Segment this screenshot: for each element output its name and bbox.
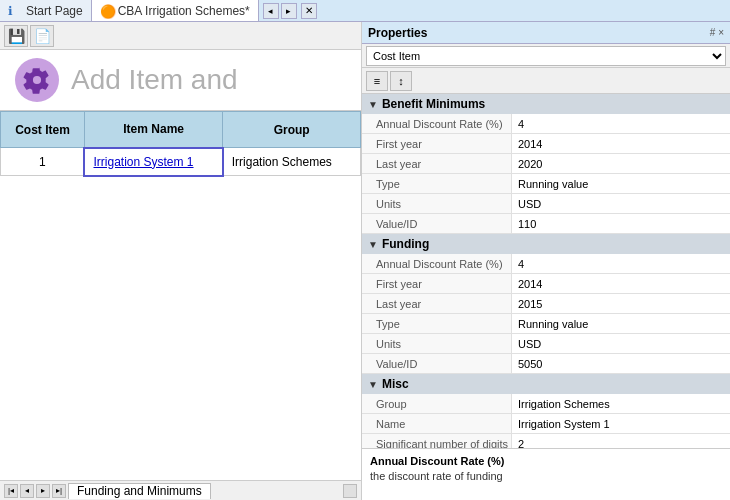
properties-footer: Annual Discount Rate (%) the discount ra… — [362, 448, 730, 500]
new-button[interactable]: 📄 — [30, 25, 54, 47]
prop-benefit-units-value: USD — [512, 194, 730, 213]
collapse-icon: ▼ — [368, 99, 378, 110]
prop-misc-sig-digits-label: Significant number of digits — [362, 434, 512, 448]
footer-description: the discount rate of funding — [370, 470, 722, 482]
tab-first-btn[interactable]: |◂ — [4, 484, 18, 498]
tab-next-btn[interactable]: ▸ — [281, 3, 297, 19]
prop-funding-last-year-value: 2015 — [512, 294, 730, 313]
cell-group: Irrigation Schemes — [223, 148, 361, 176]
col-group: Group — [223, 112, 361, 148]
section-benefit-minimums[interactable]: ▼ Benefit Minimums — [362, 94, 730, 114]
prop-misc-name-label: Name — [362, 414, 512, 433]
prop-funding-type-value: Running value — [512, 314, 730, 333]
save-button[interactable]: 💾 — [4, 25, 28, 47]
prop-funding-type-label: Type — [362, 314, 512, 333]
start-page-label: Start Page — [26, 4, 83, 18]
prop-misc-sig-digits-value: 2 — [512, 434, 730, 448]
prop-misc-name: Name Irrigation System 1 — [362, 414, 730, 434]
prop-benefit-value-id: Value/ID 110 — [362, 214, 730, 234]
prop-benefit-type: Type Running value — [362, 174, 730, 194]
alphabetical-view-btn[interactable]: ↕ — [390, 71, 412, 91]
prop-benefit-type-value: Running value — [512, 174, 730, 193]
left-panel: 💾 📄 Add Item and Cost Item Item Name Gro… — [0, 22, 362, 500]
prop-benefit-units: Units USD — [362, 194, 730, 214]
cost-item-select[interactable]: Cost Item — [366, 46, 726, 66]
properties-title-bar: Properties # × — [362, 22, 730, 44]
properties-toolbar: ≡ ↕ — [362, 68, 730, 94]
prop-benefit-discount-value: 4 — [512, 114, 730, 133]
col-cost-item: Cost Item — [1, 112, 85, 148]
categorized-view-btn[interactable]: ≡ — [366, 71, 388, 91]
bottom-tabs: |◂ ◂ ▸ ▸| Funding and Minimums — [0, 480, 361, 500]
table-row[interactable]: 1 Irrigation System 1 Irrigation Schemes — [1, 148, 361, 176]
prop-funding-value-id: Value/ID 5050 — [362, 354, 730, 374]
table-header-row: Cost Item Item Name Group — [1, 112, 361, 148]
start-page-tab[interactable]: ℹ Start Page — [0, 0, 92, 21]
prop-funding-first-year-label: First year — [362, 274, 512, 293]
prop-funding-units: Units USD — [362, 334, 730, 354]
table-container[interactable]: Cost Item Item Name Group 1 Irrigation S… — [0, 110, 361, 480]
pin-icon[interactable]: # × — [710, 27, 724, 38]
prop-funding-first-year: First year 2014 — [362, 274, 730, 294]
prop-funding-last-year: Last year 2015 — [362, 294, 730, 314]
section-misc-label: Misc — [382, 377, 409, 391]
funding-tab-label: Funding and Minimums — [77, 484, 202, 498]
prop-funding-discount-label: Annual Discount Rate (%) — [362, 254, 512, 273]
item-name-link[interactable]: Irrigation System 1 — [93, 155, 193, 169]
prop-funding-first-year-value: 2014 — [512, 274, 730, 293]
prop-funding-type: Type Running value — [362, 314, 730, 334]
prop-funding-discount-value: 4 — [512, 254, 730, 273]
tab-back-btn[interactable]: ◂ — [20, 484, 34, 498]
cell-id: 1 — [1, 148, 85, 176]
prop-funding-discount-rate: Annual Discount Rate (%) 4 — [362, 254, 730, 274]
cell-item-name[interactable]: Irrigation System 1 — [84, 148, 222, 176]
tab-prev-btn[interactable]: ◂ — [263, 3, 279, 19]
prop-benefit-last-year: Last year 2020 — [362, 154, 730, 174]
active-tab[interactable]: 🟠 CBA Irrigation Schemes* — [92, 0, 259, 21]
tab-last-btn[interactable]: ▸| — [52, 484, 66, 498]
col-item-name: Item Name — [84, 112, 222, 148]
properties-title: Properties — [368, 26, 427, 40]
prop-benefit-discount-rate: Annual Discount Rate (%) 4 — [362, 114, 730, 134]
header-area: Add Item and — [0, 50, 361, 110]
section-benefit-minimums-label: Benefit Minimums — [382, 97, 485, 111]
properties-grid: ▼ Benefit Minimums Annual Discount Rate … — [362, 94, 730, 448]
collapse-funding-icon: ▼ — [368, 239, 378, 250]
prop-benefit-discount-label: Annual Discount Rate (%) — [362, 114, 512, 133]
header-icon — [15, 58, 59, 102]
main-container: 💾 📄 Add Item and Cost Item Item Name Gro… — [0, 22, 730, 500]
prop-funding-value-id-label: Value/ID — [362, 354, 512, 373]
items-table: Cost Item Item Name Group 1 Irrigation S… — [0, 111, 361, 177]
section-funding[interactable]: ▼ Funding — [362, 234, 730, 254]
prop-misc-group-label: Group — [362, 394, 512, 413]
prop-misc-sig-digits: Significant number of digits 2 — [362, 434, 730, 448]
left-toolbar: 💾 📄 — [0, 22, 361, 50]
properties-selector: Cost Item — [362, 44, 730, 68]
prop-benefit-first-year-value: 2014 — [512, 134, 730, 153]
bottom-scroll[interactable] — [343, 484, 357, 498]
prop-benefit-last-year-value: 2020 — [512, 154, 730, 173]
prop-benefit-type-label: Type — [362, 174, 512, 193]
prop-benefit-first-year: First year 2014 — [362, 134, 730, 154]
header-title: Add Item and — [71, 64, 238, 96]
prop-benefit-first-year-label: First year — [362, 134, 512, 153]
prop-misc-name-value: Irrigation System 1 — [512, 414, 730, 433]
start-page-icon: ℹ — [8, 4, 22, 18]
prop-benefit-units-label: Units — [362, 194, 512, 213]
properties-panel: Properties # × Cost Item ≡ ↕ ▼ Benefit M… — [362, 22, 730, 500]
prop-benefit-value-id-label: Value/ID — [362, 214, 512, 233]
gear-icon — [23, 66, 51, 94]
prop-benefit-last-year-label: Last year — [362, 154, 512, 173]
funding-tab[interactable]: Funding and Minimums — [68, 483, 211, 499]
prop-funding-units-label: Units — [362, 334, 512, 353]
active-tab-label: CBA Irrigation Schemes* — [118, 4, 250, 18]
tab-close-btn[interactable]: ✕ — [301, 3, 317, 19]
collapse-misc-icon: ▼ — [368, 379, 378, 390]
prop-misc-group: Group Irrigation Schemes — [362, 394, 730, 414]
section-misc[interactable]: ▼ Misc — [362, 374, 730, 394]
tab-forward-btn[interactable]: ▸ — [36, 484, 50, 498]
prop-funding-value-id-value: 5050 — [512, 354, 730, 373]
footer-label: Annual Discount Rate (%) — [370, 455, 722, 467]
prop-benefit-value-id-value: 110 — [512, 214, 730, 233]
prop-funding-units-value: USD — [512, 334, 730, 353]
